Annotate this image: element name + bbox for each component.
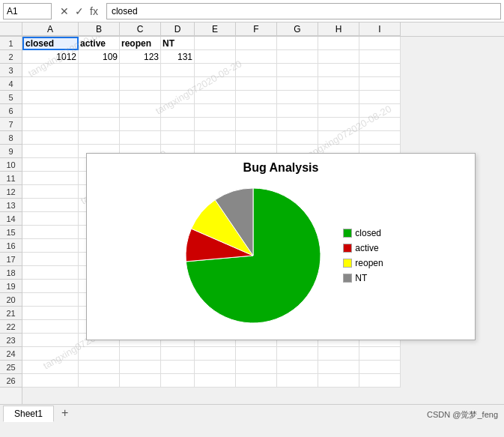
cell-A25[interactable] [22, 361, 79, 374]
cell-E7[interactable] [195, 118, 236, 131]
row-num-22[interactable]: 22 [0, 320, 22, 334]
cell-E8[interactable] [195, 131, 236, 145]
add-sheet-button[interactable]: + [55, 404, 74, 422]
cell-B7[interactable] [79, 118, 120, 131]
cell-B6[interactable] [79, 104, 120, 118]
row-num-4[interactable]: 4 [0, 77, 22, 91]
cell-G6[interactable] [277, 104, 318, 118]
cell-A2[interactable]: 1012 [22, 50, 79, 64]
cell-D4[interactable] [161, 77, 195, 91]
cell-I6[interactable] [359, 104, 401, 118]
cell-E1[interactable] [195, 37, 236, 50]
cell-A20[interactable] [22, 293, 79, 307]
cell-A26[interactable] [22, 374, 79, 388]
cell-E2[interactable] [195, 50, 236, 64]
cell-G25[interactable] [277, 361, 318, 374]
cell-B4[interactable] [79, 77, 120, 91]
cell-C25[interactable] [120, 361, 161, 374]
cell-I26[interactable] [359, 374, 401, 388]
cell-A8[interactable] [22, 131, 79, 145]
cell-A3[interactable] [22, 64, 79, 77]
cell-G5[interactable] [277, 91, 318, 104]
cell-G26[interactable] [277, 374, 318, 388]
cell-I25[interactable] [359, 361, 401, 374]
cell-D24[interactable] [161, 347, 195, 361]
cell-H26[interactable] [318, 374, 359, 388]
cell-A23[interactable] [22, 334, 79, 347]
chart-container[interactable]: Bug Analysis closedactivereopenNT [86, 153, 476, 340]
cell-H7[interactable] [318, 118, 359, 131]
row-num-19[interactable]: 19 [0, 280, 22, 293]
row-num-8[interactable]: 8 [0, 131, 22, 145]
cell-A16[interactable] [22, 239, 79, 253]
cell-A21[interactable] [22, 307, 79, 320]
cell-D2[interactable]: 131 [161, 50, 195, 64]
cell-G3[interactable] [277, 64, 318, 77]
cell-A7[interactable] [22, 118, 79, 131]
row-num-21[interactable]: 21 [0, 307, 22, 320]
cell-H3[interactable] [318, 64, 359, 77]
cell-B24[interactable] [79, 347, 120, 361]
cell-I8[interactable] [359, 131, 401, 145]
row-num-2[interactable]: 2 [0, 50, 22, 64]
cell-A5[interactable] [22, 91, 79, 104]
cell-F1[interactable] [236, 37, 277, 50]
cell-D8[interactable] [161, 131, 195, 145]
col-header-h[interactable]: H [318, 22, 359, 36]
cell-H1[interactable] [318, 37, 359, 50]
cell-I3[interactable] [359, 64, 401, 77]
cell-C24[interactable] [120, 347, 161, 361]
cell-A13[interactable] [22, 199, 79, 212]
cell-G24[interactable] [277, 347, 318, 361]
cell-H25[interactable] [318, 361, 359, 374]
cell-I1[interactable] [359, 37, 401, 50]
cell-H4[interactable] [318, 77, 359, 91]
row-num-26[interactable]: 26 [0, 374, 22, 388]
cell-H2[interactable] [318, 50, 359, 64]
cell-D5[interactable] [161, 91, 195, 104]
cell-F4[interactable] [236, 77, 277, 91]
row-num-5[interactable]: 5 [0, 91, 22, 104]
row-num-10[interactable]: 10 [0, 158, 22, 172]
row-num-11[interactable]: 11 [0, 172, 22, 185]
cell-I5[interactable] [359, 91, 401, 104]
cell-C5[interactable] [120, 91, 161, 104]
col-header-c[interactable]: C [120, 22, 161, 36]
cell-H5[interactable] [318, 91, 359, 104]
col-header-f[interactable]: F [236, 22, 277, 36]
cell-E5[interactable] [195, 91, 236, 104]
cell-F7[interactable] [236, 118, 277, 131]
cell-E3[interactable] [195, 64, 236, 77]
col-header-a[interactable]: A [22, 22, 79, 36]
cell-I7[interactable] [359, 118, 401, 131]
cell-A12[interactable] [22, 185, 79, 199]
cell-B26[interactable] [79, 374, 120, 388]
cell-E4[interactable] [195, 77, 236, 91]
cell-A15[interactable] [22, 226, 79, 239]
row-num-7[interactable]: 7 [0, 118, 22, 131]
row-num-6[interactable]: 6 [0, 104, 22, 118]
cell-D26[interactable] [161, 374, 195, 388]
cell-E25[interactable] [195, 361, 236, 374]
confirm-icon[interactable]: ✓ [73, 5, 86, 17]
row-num-14[interactable]: 14 [0, 212, 22, 226]
cell-A19[interactable] [22, 280, 79, 293]
cell-G4[interactable] [277, 77, 318, 91]
cell-E26[interactable] [195, 374, 236, 388]
cell-F26[interactable] [236, 374, 277, 388]
cell-C26[interactable] [120, 374, 161, 388]
formula-input[interactable]: closed [106, 3, 501, 19]
cell-B3[interactable] [79, 64, 120, 77]
cell-F5[interactable] [236, 91, 277, 104]
cell-A22[interactable] [22, 320, 79, 334]
cell-A17[interactable] [22, 253, 79, 266]
row-num-20[interactable]: 20 [0, 293, 22, 307]
cell-F2[interactable] [236, 50, 277, 64]
cell-D25[interactable] [161, 361, 195, 374]
cell-F25[interactable] [236, 361, 277, 374]
cell-D1[interactable]: NT [161, 37, 195, 50]
row-num-9[interactable]: 9 [0, 145, 22, 158]
cancel-icon[interactable]: ✕ [58, 5, 71, 17]
cell-A10[interactable] [22, 158, 79, 172]
cell-F6[interactable] [236, 104, 277, 118]
